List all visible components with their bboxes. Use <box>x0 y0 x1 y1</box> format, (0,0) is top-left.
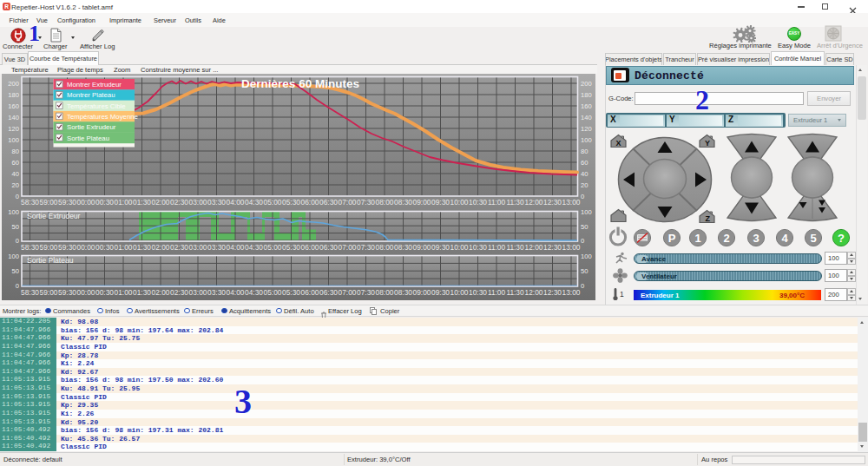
svg-text:100: 100 <box>8 208 19 216</box>
svg-text:Y: Y <box>705 139 710 148</box>
svg-text:59:30: 59:30 <box>58 198 76 207</box>
svg-text:11:30: 11:30 <box>506 243 524 252</box>
svg-text:59:00: 59:00 <box>40 198 58 207</box>
svg-text:11:00: 11:00 <box>488 243 506 252</box>
svg-text:05:30: 05:30 <box>282 198 300 207</box>
svg-text:0: 0 <box>581 193 584 200</box>
svg-text:02:00: 02:00 <box>152 198 170 207</box>
svg-text:12:00: 12:00 <box>525 198 543 207</box>
svg-text:50: 50 <box>581 267 588 275</box>
svg-text:50: 50 <box>12 267 19 275</box>
svg-text:08:00: 08:00 <box>376 243 394 252</box>
svg-text:Sortie Extrudeur: Sortie Extrudeur <box>67 123 116 131</box>
svg-text:180: 180 <box>8 91 19 99</box>
svg-text:04:30: 04:30 <box>245 288 263 297</box>
svg-text:01:00: 01:00 <box>115 243 133 252</box>
svg-text:100: 100 <box>581 253 592 260</box>
svg-text:05:00: 05:00 <box>264 198 282 207</box>
svg-text:05:30: 05:30 <box>282 288 300 297</box>
svg-text:Montrer Plateau: Montrer Plateau <box>67 91 115 99</box>
svg-text:03:30: 03:30 <box>207 288 226 297</box>
svg-text:09:00: 09:00 <box>413 198 431 207</box>
svg-text:05:00: 05:00 <box>264 243 282 252</box>
svg-text:07:30: 07:30 <box>357 198 375 207</box>
svg-text:00:30: 00:30 <box>95 288 114 297</box>
svg-text:120: 120 <box>8 125 19 133</box>
svg-text:00:00: 00:00 <box>77 198 95 207</box>
svg-text:11:30: 11:30 <box>506 198 524 207</box>
svg-text:59:00: 59:00 <box>40 288 58 297</box>
svg-text:02:00: 02:00 <box>152 243 170 252</box>
svg-text:13:00: 13:00 <box>562 243 581 252</box>
svg-text:Sortie Plateau: Sortie Plateau <box>67 135 109 142</box>
svg-text:13:00: 13:00 <box>562 288 581 297</box>
svg-text:12:30: 12:30 <box>543 243 562 252</box>
svg-text:100: 100 <box>8 136 19 144</box>
svg-text:08:00: 08:00 <box>376 198 394 207</box>
svg-text:08:30: 08:30 <box>394 198 412 207</box>
svg-text:140: 140 <box>581 114 592 121</box>
svg-text:07:30: 07:30 <box>357 243 375 252</box>
svg-text:Dernières 60 Minutes: Dernières 60 Minutes <box>241 77 359 90</box>
svg-text:60: 60 <box>12 159 19 167</box>
svg-text:58:30: 58:30 <box>21 198 39 207</box>
svg-text:Sortie Plateau: Sortie Plateau <box>27 256 74 265</box>
svg-text:2: 2 <box>723 232 729 245</box>
svg-text:Sortie Extrudeur: Sortie Extrudeur <box>27 212 81 220</box>
svg-text:02:00: 02:00 <box>152 288 170 297</box>
svg-text:07:00: 07:00 <box>339 243 357 252</box>
svg-text:06:00: 06:00 <box>301 288 319 297</box>
svg-text:01:30: 01:30 <box>133 198 151 207</box>
svg-text:00:00: 00:00 <box>77 288 95 297</box>
svg-text:03:00: 03:00 <box>189 243 207 252</box>
svg-text:10:30: 10:30 <box>469 243 487 252</box>
svg-text:07:30: 07:30 <box>357 288 375 297</box>
svg-text:05:00: 05:00 <box>264 288 282 297</box>
svg-text:03:00: 03:00 <box>189 288 207 297</box>
svg-text:140: 140 <box>8 114 19 121</box>
svg-text:04:00: 04:00 <box>227 288 245 297</box>
svg-text:160: 160 <box>8 102 19 110</box>
svg-text:10:30: 10:30 <box>469 288 487 297</box>
svg-text:P: P <box>668 232 676 245</box>
svg-text:50: 50 <box>12 223 19 231</box>
svg-text:11:00: 11:00 <box>488 288 506 297</box>
svg-text:10:00: 10:00 <box>450 198 469 207</box>
svg-text:07:00: 07:00 <box>339 288 357 297</box>
svg-text:10:00: 10:00 <box>450 243 469 252</box>
svg-text:12:30: 12:30 <box>543 198 562 207</box>
svg-text:08:00: 08:00 <box>376 288 394 297</box>
svg-text:Températures Moyenne: Températures Moyenne <box>67 113 138 121</box>
svg-text:40: 40 <box>581 170 588 178</box>
svg-text:3: 3 <box>753 232 759 245</box>
svg-text:06:00: 06:00 <box>301 198 319 207</box>
svg-text:59:30: 59:30 <box>58 243 76 252</box>
svg-text:100: 100 <box>8 253 19 260</box>
svg-text:?: ? <box>838 232 845 245</box>
svg-text:0: 0 <box>16 282 19 290</box>
svg-text:20: 20 <box>581 181 588 189</box>
svg-text:5: 5 <box>810 232 816 245</box>
svg-text:11:00: 11:00 <box>488 198 506 207</box>
svg-text:09:00: 09:00 <box>413 288 431 297</box>
svg-text:10:30: 10:30 <box>469 198 487 207</box>
svg-text:100: 100 <box>581 136 592 144</box>
svg-text:01:30: 01:30 <box>133 243 151 252</box>
svg-text:02:30: 02:30 <box>170 288 188 297</box>
svg-text:40: 40 <box>12 170 19 178</box>
svg-text:13:00: 13:00 <box>562 198 581 207</box>
svg-text:06:00: 06:00 <box>301 243 319 252</box>
svg-text:58:30: 58:30 <box>21 243 39 252</box>
svg-text:58:30: 58:30 <box>21 288 39 297</box>
svg-text:12:30: 12:30 <box>543 288 562 297</box>
svg-text:1: 1 <box>694 232 700 245</box>
svg-text:01:00: 01:00 <box>115 198 133 207</box>
svg-text:0: 0 <box>16 193 19 200</box>
svg-text:08:30: 08:30 <box>394 243 412 252</box>
svg-text:02:30: 02:30 <box>170 243 188 252</box>
svg-text:0: 0 <box>581 237 584 245</box>
svg-text:09:30: 09:30 <box>431 288 450 297</box>
svg-text:Montrer Extrudeur: Montrer Extrudeur <box>67 81 122 89</box>
svg-text:Températures Cible: Températures Cible <box>67 102 126 110</box>
svg-text:03:00: 03:00 <box>189 198 207 207</box>
